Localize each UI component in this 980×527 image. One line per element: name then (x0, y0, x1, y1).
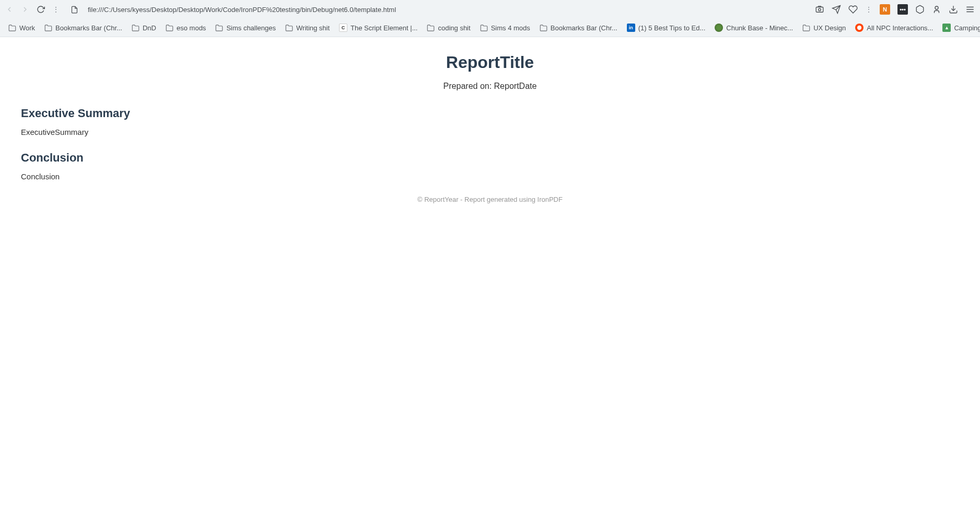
bookmark-item[interactable]: Bookmarks Bar (Chr... (536, 22, 621, 34)
bookmark-label: Work (19, 24, 35, 32)
bookmark-label: DnD (143, 24, 156, 32)
svg-point-7 (857, 26, 861, 30)
bookmark-label: All NPC Interactions... (867, 24, 933, 32)
conclusion-text: Conclusion (21, 172, 959, 181)
downloads-icon[interactable] (949, 5, 958, 14)
conclusion-heading: Conclusion (21, 151, 959, 165)
bookmark-item[interactable]: All NPC Interactions... (852, 21, 936, 34)
bookmark-item[interactable]: Writing shit (282, 22, 333, 34)
toolbar-right: ⋮ N ••• (815, 4, 975, 15)
camping-icon: ▲ (942, 24, 951, 32)
browser-toolbar: ⋮ file:///C:/Users/kyess/Desktop/Desktop… (0, 0, 980, 19)
page-content: ReportTitle Prepared on: ReportDate Exec… (0, 37, 980, 219)
script-icon: C (339, 24, 347, 32)
report-title: ReportTitle (21, 53, 959, 72)
reddit-icon (855, 24, 864, 32)
bookmark-item[interactable]: DnD (129, 22, 159, 34)
executive-summary-text: ExecutiveSummary (21, 128, 959, 136)
bookmark-item[interactable]: coding shit (424, 22, 473, 34)
bookmark-label: Bookmarks Bar (Chr... (55, 24, 122, 32)
linkedin-icon: in (627, 24, 635, 32)
report-date: Prepared on: ReportDate (21, 82, 959, 91)
bookmark-label: Writing shit (296, 24, 330, 32)
nav-more-icon[interactable]: ⋮ (52, 5, 60, 14)
bookmark-label: (1) 5 Best Tips to Ed... (638, 24, 706, 32)
folder-icon (166, 24, 173, 32)
bookmark-label: coding shit (438, 24, 470, 32)
favorite-more-icon[interactable]: ⋮ (865, 5, 872, 14)
extension-icon-2[interactable]: ••• (897, 4, 908, 15)
folder-icon (802, 24, 810, 32)
bookmark-label: Camping gear list:... (954, 24, 980, 32)
bookmark-label: Sims challenges (226, 24, 276, 32)
url-bar[interactable]: file:///C:/Users/kyess/Desktop/Desktop/W… (84, 4, 810, 16)
bookmark-label: Chunk Base - Minec... (726, 24, 793, 32)
screenshot-icon[interactable] (815, 5, 824, 14)
svg-point-2 (935, 6, 938, 9)
date-value: ReportDate (494, 82, 537, 90)
extensions-icon[interactable] (915, 5, 925, 14)
browser-chrome: ⋮ file:///C:/Users/kyess/Desktop/Desktop… (0, 0, 980, 37)
chunkbase-icon (715, 24, 723, 32)
bookmark-item[interactable]: Bookmarks Bar (Chr... (41, 22, 125, 34)
bookmark-label: The Script Element |... (351, 24, 417, 32)
bookmark-label: eso mods (177, 24, 206, 32)
favorite-icon[interactable] (848, 5, 858, 14)
bookmark-label: UX Design (813, 24, 846, 32)
profile-icon[interactable] (932, 5, 941, 14)
bookmark-item[interactable]: ▲Camping gear list:... (939, 21, 980, 34)
date-prefix: Prepared on: (444, 82, 494, 90)
reload-button[interactable] (37, 5, 45, 14)
nav-buttons: ⋮ (5, 5, 60, 14)
svg-rect-0 (816, 7, 823, 13)
bookmark-label: Sims 4 mods (491, 24, 530, 32)
back-button[interactable] (5, 5, 14, 14)
footer-text: © ReportYear - Report generated using Ir… (21, 196, 959, 203)
menu-icon[interactable] (965, 5, 975, 14)
folder-icon (8, 24, 16, 32)
bookmark-label: Bookmarks Bar (Chr... (551, 24, 617, 32)
bookmark-item[interactable]: in(1) 5 Best Tips to Ed... (624, 21, 709, 34)
send-icon[interactable] (832, 5, 841, 14)
folder-icon (540, 24, 547, 32)
bookmarks-bar: WorkBookmarks Bar (Chr...DnDeso modsSims… (0, 19, 980, 37)
bookmark-item[interactable]: Sims challenges (212, 22, 279, 34)
folder-icon (285, 24, 293, 32)
bookmark-item[interactable]: UX Design (799, 22, 849, 34)
bookmark-item[interactable]: Chunk Base - Minec... (711, 21, 796, 34)
bookmark-item[interactable]: Sims 4 mods (477, 22, 533, 34)
folder-icon (480, 24, 488, 32)
bookmark-item[interactable]: Work (5, 22, 38, 34)
svg-point-1 (819, 8, 821, 11)
folder-icon (44, 24, 52, 32)
bookmark-item[interactable]: eso mods (162, 22, 209, 34)
executive-summary-heading: Executive Summary (21, 107, 959, 120)
folder-icon (427, 24, 435, 32)
extension-icon-1[interactable]: N (880, 4, 890, 15)
forward-button[interactable] (21, 5, 29, 14)
folder-icon (215, 24, 223, 32)
page-info-icon[interactable] (70, 5, 78, 14)
folder-icon (132, 24, 139, 32)
bookmark-item[interactable]: CThe Script Element |... (336, 21, 421, 34)
